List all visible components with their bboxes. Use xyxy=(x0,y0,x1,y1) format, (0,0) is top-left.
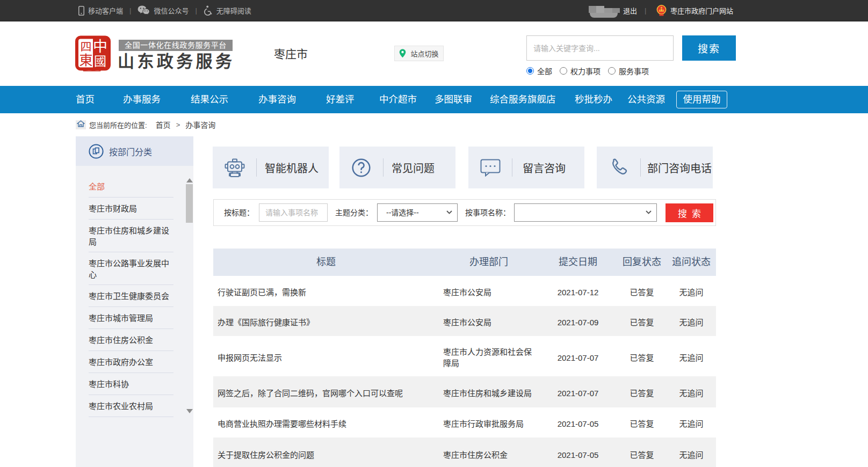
svg-text:中: 中 xyxy=(93,39,107,55)
svg-text:東: 東 xyxy=(79,53,92,68)
svg-text:四: 四 xyxy=(81,40,92,53)
svg-text:國: 國 xyxy=(94,55,106,68)
